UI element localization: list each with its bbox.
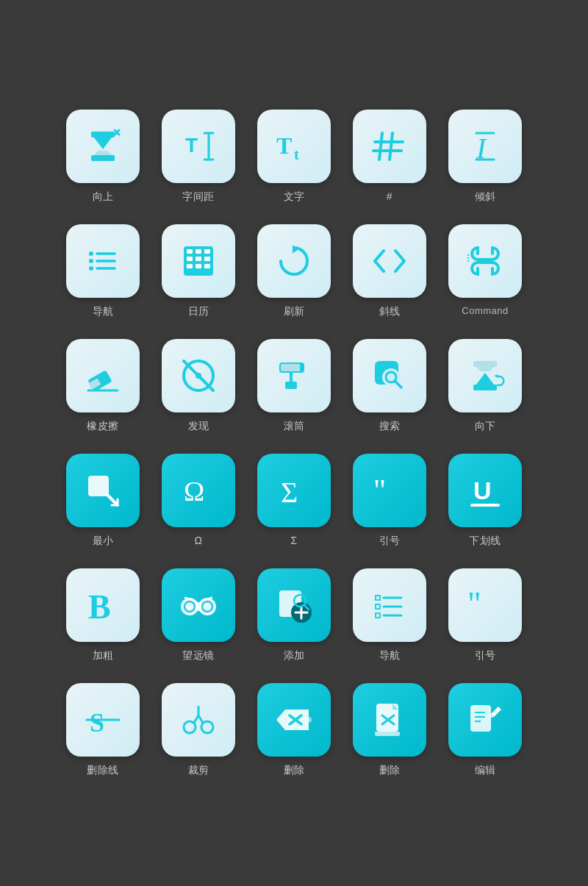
icon-box-eraser — [66, 339, 140, 412]
icon-box-command — [448, 224, 522, 298]
icon-cell-add[interactable]: 添加 — [254, 568, 334, 662]
icon-label-quote2: 引号 — [475, 649, 496, 662]
icon-label-search: 搜索 — [379, 420, 401, 433]
icon-cell-eraser[interactable]: 橡皮擦 — [62, 339, 143, 433]
icon-label-up: 向上 — [93, 190, 114, 204]
icon-cell-quote2[interactable]: " 引号 — [445, 568, 526, 662]
icon-cell-underline[interactable]: U 下划线 — [445, 454, 526, 548]
icon-label-delete2: 删除 — [379, 764, 401, 777]
icon-cell-strikethrough[interactable]: S 删除线 — [62, 683, 143, 777]
icon-label-text: 文字 — [284, 190, 305, 204]
svg-point-17 — [89, 259, 93, 263]
svg-rect-27 — [204, 257, 210, 261]
icon-cell-char-spacing[interactable]: T 字间距 — [158, 110, 239, 204]
icon-label-strikethrough: 删除线 — [87, 764, 119, 777]
icon-cell-binoculars[interactable]: 望远镜 — [158, 568, 239, 662]
icon-grid: 向上 T 字间距 T t 文字 — [62, 110, 526, 777]
icon-label-command: Command — [462, 305, 508, 316]
icon-cell-command[interactable]: Command — [445, 224, 526, 318]
icon-box-sigma: Σ — [257, 454, 331, 527]
icon-label-nav: 导航 — [93, 305, 114, 318]
icon-box-bold: B — [66, 568, 140, 642]
svg-rect-26 — [196, 257, 201, 261]
svg-rect-23 — [196, 249, 201, 254]
svg-text:": " — [373, 474, 386, 507]
icon-label-omega: Ω — [195, 535, 203, 546]
icon-cell-hash[interactable]: # — [349, 110, 430, 204]
icon-box-binoculars — [162, 568, 235, 642]
icon-label-binoculars: 望远镜 — [182, 649, 215, 662]
icon-label-code: 斜线 — [379, 305, 401, 318]
svg-point-19 — [89, 266, 93, 271]
svg-point-39 — [196, 373, 201, 379]
icon-label-bold: 加粗 — [93, 649, 114, 662]
icon-cell-edit[interactable]: 编辑 — [445, 683, 526, 777]
icon-cell-minimize[interactable]: 最小 — [62, 454, 143, 548]
icon-box-delete2 — [353, 683, 426, 757]
icon-box-quote2: " — [448, 568, 522, 642]
icon-cell-omega[interactable]: Ω Ω — [158, 454, 239, 548]
icon-label-sigma: Σ — [290, 535, 297, 546]
icon-label-edit: 编辑 — [475, 764, 496, 777]
icon-label-underline: 下划线 — [469, 535, 501, 548]
icon-cell-italic[interactable]: I 倾斜 — [445, 110, 526, 204]
svg-rect-28 — [187, 264, 193, 268]
svg-line-89 — [198, 715, 203, 723]
icon-box-calendar — [162, 224, 235, 298]
svg-rect-0 — [91, 132, 115, 137]
icon-cell-nav[interactable]: 导航 — [62, 224, 143, 318]
svg-text:": " — [467, 585, 481, 623]
svg-rect-62 — [196, 602, 201, 611]
icon-label-quote: 引号 — [379, 535, 401, 548]
icon-cell-search[interactable]: 搜索 — [349, 339, 430, 433]
icon-box-search — [353, 339, 426, 412]
svg-text:Ω: Ω — [184, 476, 204, 507]
icon-label-delete: 删除 — [284, 764, 305, 777]
icon-cell-text[interactable]: T t 文字 — [254, 110, 334, 204]
svg-rect-44 — [300, 362, 303, 373]
svg-text:T: T — [185, 134, 198, 157]
icon-box-nav — [66, 224, 140, 298]
icon-box-omega: Ω — [162, 454, 235, 527]
icon-box-italic: I — [448, 110, 522, 183]
icon-cell-nav2[interactable]: 导航 — [349, 568, 430, 662]
svg-rect-42 — [290, 373, 293, 382]
svg-rect-30 — [204, 264, 210, 268]
icon-cell-roller[interactable]: 滚筒 — [254, 339, 334, 433]
icon-label-nav2: 导航 — [379, 649, 401, 662]
icon-label-cut: 裁剪 — [188, 764, 209, 777]
svg-rect-51 — [88, 476, 109, 496]
svg-text:T: T — [276, 132, 292, 159]
svg-rect-29 — [196, 264, 201, 268]
icon-box-quote: " — [353, 454, 426, 527]
icon-box-delete — [257, 683, 331, 757]
svg-rect-22 — [187, 249, 193, 254]
icon-label-char-spacing: 字间距 — [182, 190, 215, 204]
icon-cell-cut[interactable]: 裁剪 — [158, 683, 239, 777]
icon-cell-quote[interactable]: " 引号 — [349, 454, 430, 548]
icon-cell-delete[interactable]: 删除 — [254, 683, 334, 777]
svg-text:S: S — [90, 708, 104, 737]
icon-cell-delete2[interactable]: 删除 — [349, 683, 430, 777]
icon-cell-bold[interactable]: B 加粗 — [62, 568, 143, 662]
svg-line-88 — [194, 715, 198, 723]
icon-cell-refresh[interactable]: 刷新 — [254, 224, 334, 318]
svg-text:Σ: Σ — [281, 476, 298, 509]
svg-rect-50 — [473, 385, 497, 390]
icon-label-hash: # — [387, 190, 392, 202]
icon-cell-sigma[interactable]: Σ Σ — [254, 454, 334, 548]
icon-cell-discover[interactable]: 发现 — [158, 339, 239, 433]
icon-label-eraser: 橡皮擦 — [87, 420, 119, 433]
icon-box-refresh — [257, 224, 331, 298]
icon-box-nav2 — [353, 568, 426, 642]
icon-box-strikethrough: S — [66, 683, 140, 757]
icon-box-up — [66, 110, 140, 183]
svg-rect-43 — [285, 382, 297, 389]
svg-rect-34 — [87, 370, 112, 392]
icon-cell-up[interactable]: 向上 — [62, 110, 143, 204]
icon-label-discover: 发现 — [188, 420, 209, 433]
icon-box-hash — [353, 110, 426, 183]
icon-cell-down[interactable]: 向下 — [445, 339, 526, 433]
icon-cell-code[interactable]: 斜线 — [349, 224, 430, 318]
icon-cell-calendar[interactable]: 日历 — [158, 224, 239, 318]
